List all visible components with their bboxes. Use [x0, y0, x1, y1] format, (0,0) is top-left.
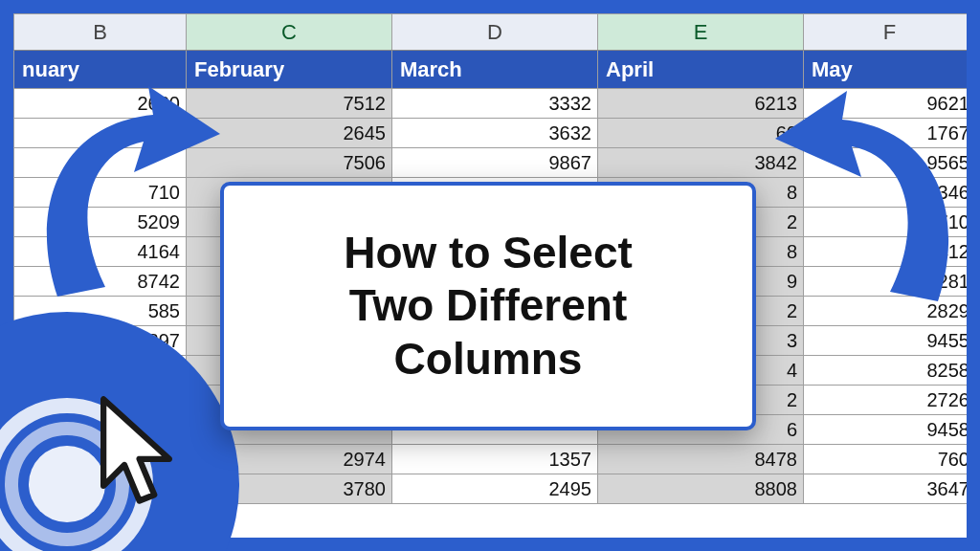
- column-letter-b[interactable]: B: [14, 14, 187, 51]
- cell[interactable]: 1357: [392, 445, 598, 474]
- cell[interactable]: 2495: [392, 474, 598, 504]
- column-letter-d[interactable]: D: [392, 14, 598, 51]
- column-letter-row: B C D E F: [14, 14, 968, 51]
- cell[interactable]: 3632: [392, 119, 598, 148]
- cell[interactable]: 9867: [392, 148, 598, 178]
- cell[interactable]: 2726: [804, 386, 968, 415]
- cell[interactable]: 8478: [598, 445, 804, 474]
- title-line: Columns: [394, 334, 583, 384]
- cell[interactable]: 3647: [804, 474, 968, 504]
- header-march[interactable]: March: [392, 51, 598, 89]
- column-letter-e[interactable]: E: [598, 14, 804, 51]
- column-letter-c[interactable]: C: [187, 14, 392, 51]
- cursor-icon: [91, 393, 182, 513]
- cell[interactable]: 9458: [804, 415, 968, 445]
- title-line: Two Different: [349, 280, 627, 330]
- arrow-right-icon: [756, 72, 976, 349]
- cell[interactable]: 8808: [598, 474, 804, 504]
- cell[interactable]: 760: [804, 445, 968, 474]
- cell[interactable]: 3332: [392, 89, 598, 119]
- title-text: How to Select Two Different Columns: [344, 227, 633, 386]
- title-line: How to Select: [344, 228, 633, 277]
- cell[interactable]: 8258: [804, 356, 968, 386]
- column-letter-f[interactable]: F: [804, 14, 968, 51]
- title-card: How to Select Two Different Columns: [220, 182, 756, 430]
